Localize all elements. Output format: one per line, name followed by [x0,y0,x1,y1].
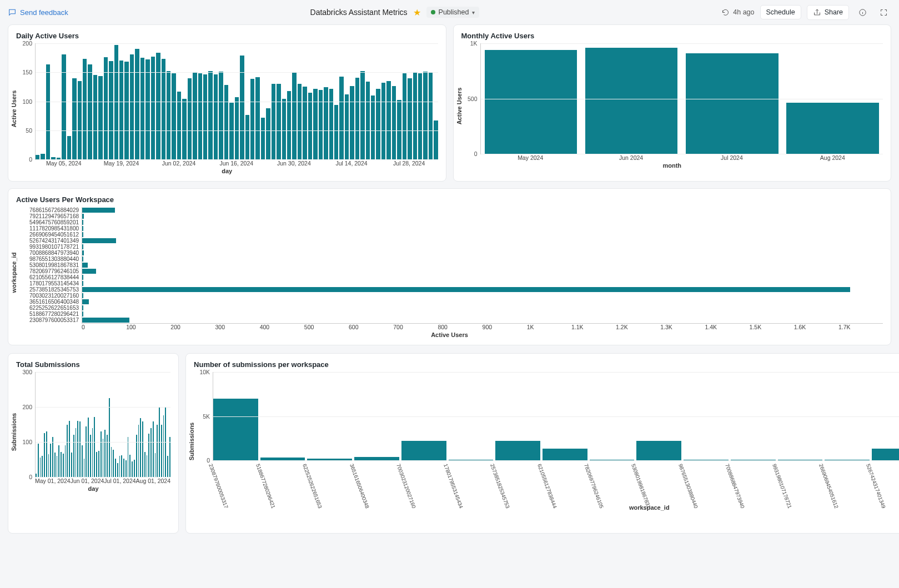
x-tick: 7820697796246105 [549,463,605,521]
info-button[interactable] [855,4,870,20]
refresh-ago-label: 4h ago [733,8,754,16]
y-axis-label: Active Users [11,91,17,128]
bar [163,415,164,477]
bar [67,136,71,159]
y-tick: 5308019981867831 [29,262,79,268]
bar [329,89,333,159]
chart-submissions-per-workspace[interactable]: Submissions 05K10K 230879760005331751886… [194,372,899,511]
bar [386,81,390,159]
x-tick: 1.6K [794,324,838,330]
bar [82,281,83,286]
y-tick: 7921129479657168 [29,213,79,219]
x-tick: 5188677280296421 [221,463,277,521]
bar [132,461,133,477]
y-tick: 5267424317401349 [29,238,79,244]
x-tick: 1.7K [838,324,883,330]
bar [182,99,186,159]
x-tick: 6225252622651653 [268,463,323,521]
bar [148,434,149,477]
bar [144,452,145,477]
x-tick: 1.5K [750,324,794,330]
bar [157,425,158,478]
x-axis-label: Active Users [16,331,883,338]
y-tick: 500 [461,96,478,102]
bar [58,445,59,477]
bar [140,58,144,159]
bar [83,59,87,159]
chat-icon [8,8,17,17]
bar [50,444,51,477]
y-tick: 200 [16,40,32,47]
bar [125,460,127,477]
x-tick: 700 [393,324,438,330]
bar [214,74,218,159]
bar [82,226,83,231]
bar [82,250,84,255]
bar [62,54,66,159]
bar [429,72,433,159]
share-button[interactable]: Share [807,5,849,20]
bar [376,89,380,159]
bar [272,84,275,159]
x-tick: May 05, 2024 [35,160,93,167]
bar [82,220,83,225]
status-dropdown[interactable]: Published ▾ [426,7,480,18]
star-icon[interactable]: ★ [413,7,421,18]
fullscreen-button[interactable] [876,4,891,20]
fullscreen-icon [880,8,888,17]
bar [371,96,375,159]
bar [42,456,43,477]
info-icon [858,8,867,17]
panel-active-users-per-workspace: Active Users Per Workspace workspace_id … [8,188,891,345]
y-tick: 7008868847973940 [29,250,79,256]
bar [298,84,302,159]
x-tick: Jul 28, 2024 [380,160,438,167]
chart-total-submissions[interactable]: Submissions 0100200300 May 01, 2024Jun 0… [16,372,170,492]
bar [408,78,411,159]
y-tick: 0 [16,156,32,163]
bar [303,87,307,159]
chevron-down-icon: ▾ [472,9,475,16]
x-tick: 200 [170,324,215,330]
x-tick: Aug 01, 2024 [136,478,170,484]
send-feedback-link[interactable]: Send feedback [8,8,68,17]
bar [145,59,149,159]
bar [167,456,168,477]
x-tick: Aug 2024 [782,154,883,161]
share-button-label: Share [825,8,843,16]
bar [167,71,170,159]
chart-monthly-active-users[interactable]: Active Users 05001K May 2024Jun 2024Jul … [461,43,883,169]
bar [82,244,83,249]
bar [401,441,446,460]
refresh-status[interactable]: 4h ago [721,8,754,17]
chart-daily-active-users[interactable]: Active Users 050100150200 May 05, 2024Ma… [16,43,438,174]
bar [82,311,83,316]
x-tick: Jun 02, 2024 [150,160,208,167]
x-tick: May 01, 2024 [35,478,71,484]
x-tick: 600 [349,324,393,330]
bar [36,155,39,159]
bar [162,59,165,159]
bar [495,441,540,460]
x-tick: Jun 30, 2024 [265,160,323,167]
bar [115,459,116,477]
bar [82,263,88,268]
bar [324,87,328,159]
schedule-button[interactable]: Schedule [760,5,801,19]
bar [208,71,212,159]
status-label: Published [439,8,469,16]
header-center: Databricks Assistant Metrics ★ Published… [68,7,722,18]
bar [44,433,45,477]
y-axis-label: Active Users [456,88,463,125]
panel-title: Monthly Active Users [461,32,883,40]
bar [82,275,83,280]
bar [40,458,41,477]
y-tick: 0 [16,474,32,480]
bar [82,299,89,304]
bar [355,78,359,159]
panel-monthly-active-users: Monthly Active Users Active Users 05001K… [453,24,892,182]
bar [366,82,370,159]
x-tick: 3651616506400348 [315,463,370,521]
chart-active-users-per-workspace[interactable]: workspace_id 768615672688402979211294796… [16,207,883,338]
send-feedback-label: Send feedback [20,8,68,17]
